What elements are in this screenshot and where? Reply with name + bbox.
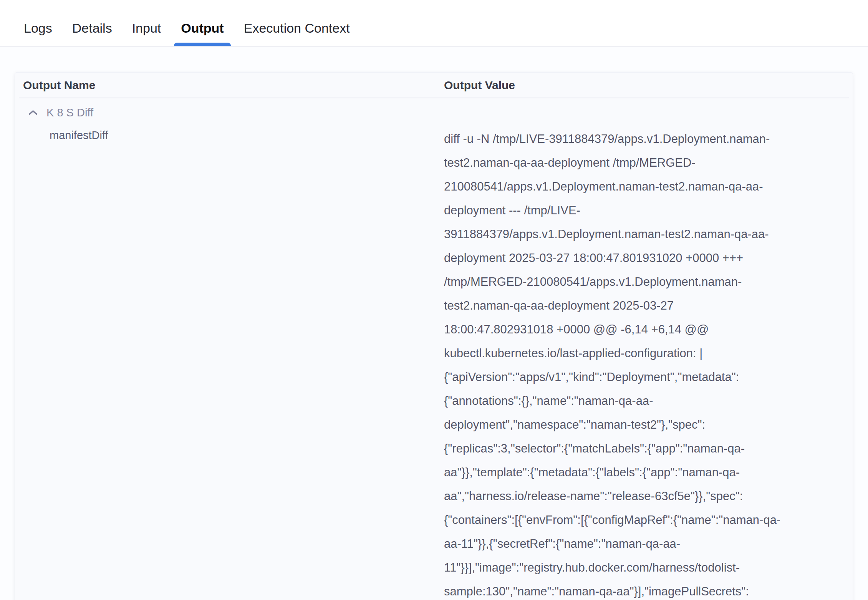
output-table-header: Output Name Output Value <box>15 73 853 98</box>
output-name-column-header: Output Name <box>23 79 95 92</box>
output-name-cell: manifestDiff <box>50 127 108 143</box>
tab-execution-context[interactable]: Execution Context <box>244 11 350 46</box>
output-table: Output Name Output Value K 8 S Diff mani… <box>15 72 853 600</box>
output-group-row-k8s-diff[interactable]: K 8 S Diff <box>15 98 853 127</box>
chevron-up-icon[interactable] <box>28 109 38 116</box>
tab-input[interactable]: Input <box>132 11 161 46</box>
tab-logs[interactable]: Logs <box>24 11 52 46</box>
output-group-label: K 8 S Diff <box>46 106 93 119</box>
output-value-column-header: Output Value <box>444 79 515 92</box>
tab-output[interactable]: Output <box>181 11 224 46</box>
output-value-cell: diff -u -N /tmp/LIVE-3911884379/apps.v1.… <box>444 127 782 600</box>
tab-bar: Logs Details Input Output Execution Cont… <box>0 0 868 46</box>
tab-details[interactable]: Details <box>72 11 112 46</box>
